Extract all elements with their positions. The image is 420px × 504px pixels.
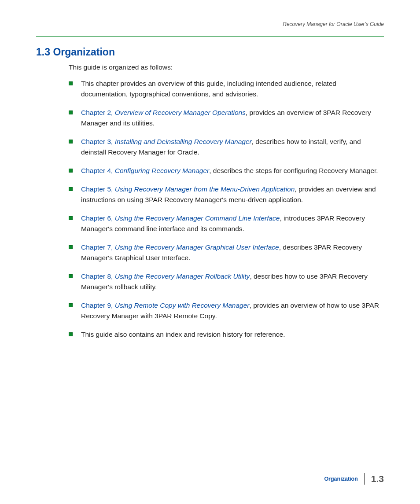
item-pre: This chapter provides an overview of thi… [81,80,336,98]
chapter-title-link[interactable]: Configuring Recovery Manager [115,167,210,174]
header-rule [36,36,384,37]
list-item: This chapter provides an overview of thi… [69,78,384,99]
chapter-title-link[interactable]: Overview of Recovery Manager Operations [115,109,246,116]
page-footer: Organization 1.3 [324,473,384,485]
chapter-title-link[interactable]: Using the Recovery Manager Command Line … [115,214,280,222]
chapter-title-link[interactable]: Using the Recovery Manager Graphical Use… [115,243,279,251]
organization-list: This chapter provides an overview of thi… [69,78,384,340]
section-heading: 1.3 Organization [36,46,384,58]
footer-page-number: 1.3 [371,474,384,484]
chapter-link[interactable]: Chapter 9, [81,302,115,309]
chapter-link[interactable]: Chapter 5, [81,185,115,193]
list-item: Chapter 7, Using the Recovery Manager Gr… [69,242,384,263]
chapter-link[interactable]: Chapter 3, [81,138,115,145]
list-item: Chapter 4, Configuring Recovery Manager,… [69,166,384,176]
list-item: Chapter 5, Using Recovery Manager from t… [69,184,384,205]
chapter-link[interactable]: Chapter 4, [81,167,115,174]
list-item: This guide also contains an index and re… [69,329,384,340]
chapter-link[interactable]: Chapter 2, [81,109,115,116]
section-title: Organization [53,46,115,58]
list-item: Chapter 2, Overview of Recovery Manager … [69,107,384,129]
item-post: , describes the steps for configuring Re… [209,167,378,174]
chapter-title-link[interactable]: Using Remote Copy with Recovery Manager [115,302,250,309]
chapter-title-link[interactable]: Using Recovery Manager from the Menu-Dri… [115,185,295,193]
list-item: Chapter 6, Using the Recovery Manager Co… [69,213,384,234]
footer-divider [364,473,365,485]
chapter-title-link[interactable]: Using the Recovery Manager Rollback Util… [115,272,250,280]
item-pre: This guide also contains an index and re… [81,331,285,338]
running-header: Recovery Manager for Oracle User's Guide [36,21,384,27]
chapter-link[interactable]: Chapter 8, [81,272,115,280]
list-item: Chapter 3, Installing and Deinstalling R… [69,136,384,158]
section-number: 1.3 [36,46,50,58]
intro-text: This guide is organized as follows: [69,63,384,71]
chapter-title-link[interactable]: Installing and Deinstalling Recovery Man… [115,138,252,145]
list-item: Chapter 8, Using the Recovery Manager Ro… [69,271,384,292]
list-item: Chapter 9, Using Remote Copy with Recove… [69,300,384,321]
footer-section-label: Organization [324,476,364,482]
chapter-link[interactable]: Chapter 6, [81,214,115,222]
chapter-link[interactable]: Chapter 7, [81,243,115,251]
